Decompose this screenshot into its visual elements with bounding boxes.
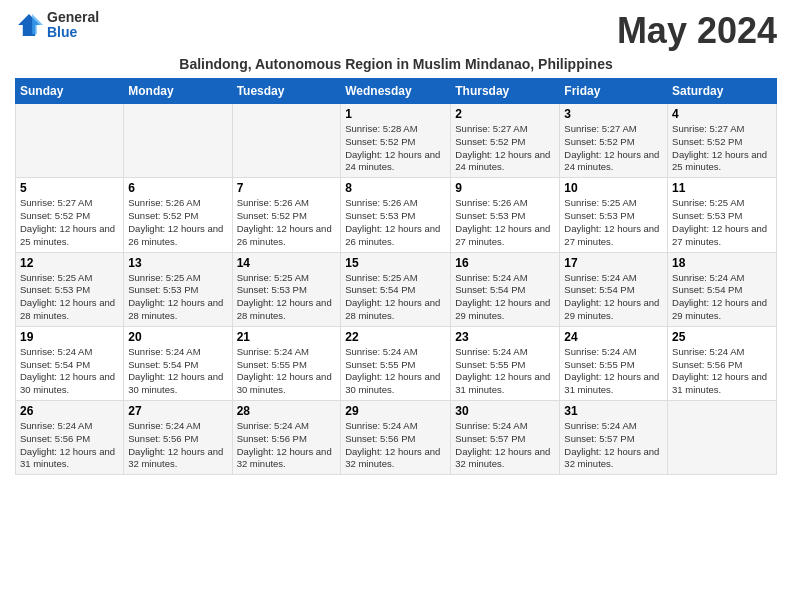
calendar-week-3: 12Sunrise: 5:25 AM Sunset: 5:53 PM Dayli… [16,252,777,326]
day-info: Sunrise: 5:25 AM Sunset: 5:53 PM Dayligh… [128,272,227,323]
day-number: 28 [237,404,337,418]
day-number: 12 [20,256,119,270]
day-info: Sunrise: 5:27 AM Sunset: 5:52 PM Dayligh… [672,123,772,174]
day-number: 19 [20,330,119,344]
day-info: Sunrise: 5:27 AM Sunset: 5:52 PM Dayligh… [564,123,663,174]
calendar-cell: 3Sunrise: 5:27 AM Sunset: 5:52 PM Daylig… [560,104,668,178]
header-monday: Monday [124,79,232,104]
day-info: Sunrise: 5:24 AM Sunset: 5:55 PM Dayligh… [455,346,555,397]
day-info: Sunrise: 5:27 AM Sunset: 5:52 PM Dayligh… [20,197,119,248]
day-info: Sunrise: 5:25 AM Sunset: 5:54 PM Dayligh… [345,272,446,323]
day-number: 22 [345,330,446,344]
calendar-cell: 23Sunrise: 5:24 AM Sunset: 5:55 PM Dayli… [451,326,560,400]
header-wednesday: Wednesday [341,79,451,104]
calendar-cell: 29Sunrise: 5:24 AM Sunset: 5:56 PM Dayli… [341,401,451,475]
day-info: Sunrise: 5:24 AM Sunset: 5:55 PM Dayligh… [237,346,337,397]
day-number: 30 [455,404,555,418]
day-info: Sunrise: 5:24 AM Sunset: 5:54 PM Dayligh… [564,272,663,323]
header: General Blue May 2024 [15,10,777,52]
day-number: 5 [20,181,119,195]
day-info: Sunrise: 5:26 AM Sunset: 5:53 PM Dayligh… [345,197,446,248]
day-info: Sunrise: 5:25 AM Sunset: 5:53 PM Dayligh… [237,272,337,323]
calendar-cell: 15Sunrise: 5:25 AM Sunset: 5:54 PM Dayli… [341,252,451,326]
day-info: Sunrise: 5:24 AM Sunset: 5:54 PM Dayligh… [455,272,555,323]
logo-icon [15,11,43,39]
day-info: Sunrise: 5:24 AM Sunset: 5:56 PM Dayligh… [345,420,446,471]
calendar-cell: 14Sunrise: 5:25 AM Sunset: 5:53 PM Dayli… [232,252,341,326]
day-info: Sunrise: 5:28 AM Sunset: 5:52 PM Dayligh… [345,123,446,174]
day-number: 24 [564,330,663,344]
calendar-week-1: 1Sunrise: 5:28 AM Sunset: 5:52 PM Daylig… [16,104,777,178]
calendar-cell: 1Sunrise: 5:28 AM Sunset: 5:52 PM Daylig… [341,104,451,178]
day-number: 31 [564,404,663,418]
calendar-cell: 19Sunrise: 5:24 AM Sunset: 5:54 PM Dayli… [16,326,124,400]
header-saturday: Saturday [668,79,777,104]
calendar-cell: 7Sunrise: 5:26 AM Sunset: 5:52 PM Daylig… [232,178,341,252]
calendar-cell: 26Sunrise: 5:24 AM Sunset: 5:56 PM Dayli… [16,401,124,475]
calendar-cell: 9Sunrise: 5:26 AM Sunset: 5:53 PM Daylig… [451,178,560,252]
calendar-cell: 13Sunrise: 5:25 AM Sunset: 5:53 PM Dayli… [124,252,232,326]
calendar-cell: 6Sunrise: 5:26 AM Sunset: 5:52 PM Daylig… [124,178,232,252]
day-info: Sunrise: 5:24 AM Sunset: 5:56 PM Dayligh… [237,420,337,471]
day-info: Sunrise: 5:26 AM Sunset: 5:52 PM Dayligh… [128,197,227,248]
calendar-cell: 10Sunrise: 5:25 AM Sunset: 5:53 PM Dayli… [560,178,668,252]
day-info: Sunrise: 5:25 AM Sunset: 5:53 PM Dayligh… [564,197,663,248]
header-friday: Friday [560,79,668,104]
day-number: 17 [564,256,663,270]
day-number: 15 [345,256,446,270]
day-info: Sunrise: 5:24 AM Sunset: 5:55 PM Dayligh… [564,346,663,397]
calendar-table: Sunday Monday Tuesday Wednesday Thursday… [15,78,777,475]
calendar-week-2: 5Sunrise: 5:27 AM Sunset: 5:52 PM Daylig… [16,178,777,252]
day-info: Sunrise: 5:26 AM Sunset: 5:52 PM Dayligh… [237,197,337,248]
day-number: 25 [672,330,772,344]
day-number: 20 [128,330,227,344]
day-number: 27 [128,404,227,418]
calendar-week-4: 19Sunrise: 5:24 AM Sunset: 5:54 PM Dayli… [16,326,777,400]
day-number: 9 [455,181,555,195]
day-info: Sunrise: 5:24 AM Sunset: 5:54 PM Dayligh… [128,346,227,397]
day-info: Sunrise: 5:24 AM Sunset: 5:54 PM Dayligh… [20,346,119,397]
page-title: May 2024 [617,10,777,52]
calendar-cell [232,104,341,178]
header-row: Sunday Monday Tuesday Wednesday Thursday… [16,79,777,104]
calendar-cell [124,104,232,178]
calendar-cell [668,401,777,475]
calendar-cell: 24Sunrise: 5:24 AM Sunset: 5:55 PM Dayli… [560,326,668,400]
day-info: Sunrise: 5:24 AM Sunset: 5:55 PM Dayligh… [345,346,446,397]
logo: General Blue [15,10,99,41]
day-number: 8 [345,181,446,195]
calendar-cell: 11Sunrise: 5:25 AM Sunset: 5:53 PM Dayli… [668,178,777,252]
day-number: 18 [672,256,772,270]
day-number: 16 [455,256,555,270]
day-info: Sunrise: 5:24 AM Sunset: 5:57 PM Dayligh… [455,420,555,471]
day-info: Sunrise: 5:24 AM Sunset: 5:56 PM Dayligh… [20,420,119,471]
day-info: Sunrise: 5:24 AM Sunset: 5:54 PM Dayligh… [672,272,772,323]
header-sunday: Sunday [16,79,124,104]
calendar-cell: 22Sunrise: 5:24 AM Sunset: 5:55 PM Dayli… [341,326,451,400]
calendar-cell: 27Sunrise: 5:24 AM Sunset: 5:56 PM Dayli… [124,401,232,475]
day-number: 26 [20,404,119,418]
day-number: 10 [564,181,663,195]
calendar-cell: 25Sunrise: 5:24 AM Sunset: 5:56 PM Dayli… [668,326,777,400]
calendar-cell: 17Sunrise: 5:24 AM Sunset: 5:54 PM Dayli… [560,252,668,326]
logo-text: General Blue [47,10,99,41]
calendar-cell: 20Sunrise: 5:24 AM Sunset: 5:54 PM Dayli… [124,326,232,400]
calendar-week-5: 26Sunrise: 5:24 AM Sunset: 5:56 PM Dayli… [16,401,777,475]
calendar-cell: 4Sunrise: 5:27 AM Sunset: 5:52 PM Daylig… [668,104,777,178]
calendar-cell: 21Sunrise: 5:24 AM Sunset: 5:55 PM Dayli… [232,326,341,400]
calendar-cell: 2Sunrise: 5:27 AM Sunset: 5:52 PM Daylig… [451,104,560,178]
day-number: 13 [128,256,227,270]
day-number: 23 [455,330,555,344]
day-info: Sunrise: 5:24 AM Sunset: 5:56 PM Dayligh… [672,346,772,397]
day-number: 1 [345,107,446,121]
logo-general-text: General [47,10,99,25]
day-number: 29 [345,404,446,418]
calendar-cell: 12Sunrise: 5:25 AM Sunset: 5:53 PM Dayli… [16,252,124,326]
day-number: 3 [564,107,663,121]
day-info: Sunrise: 5:25 AM Sunset: 5:53 PM Dayligh… [672,197,772,248]
day-info: Sunrise: 5:27 AM Sunset: 5:52 PM Dayligh… [455,123,555,174]
day-number: 7 [237,181,337,195]
calendar-body: 1Sunrise: 5:28 AM Sunset: 5:52 PM Daylig… [16,104,777,475]
calendar-cell: 8Sunrise: 5:26 AM Sunset: 5:53 PM Daylig… [341,178,451,252]
page-subtitle: Balindong, Autonomous Region in Muslim M… [15,56,777,72]
